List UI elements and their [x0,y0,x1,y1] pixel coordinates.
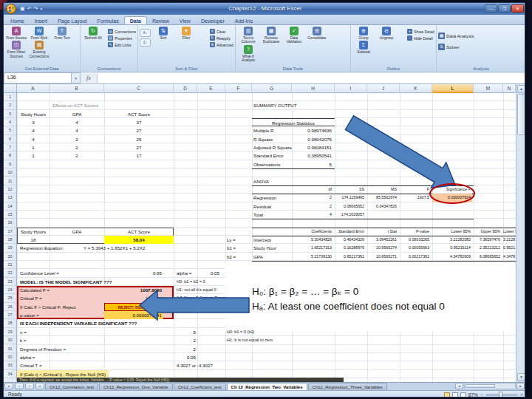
grid-cell[interactable]: If F Stat > F Critical: Reject [175,294,264,302]
vertical-scroll-thumb[interactable] [517,94,525,135]
grid-cell[interactable]: If Calc F > Critical F: Reject [18,303,104,311]
grid-cell[interactable]: 58.04 [104,236,174,244]
grid-cell[interactable]: 27 [104,143,174,151]
row-header-8[interactable]: 8 [4,151,16,160]
grid-cell[interactable]: 2 [50,151,104,160]
insert-function-button[interactable]: fx [81,72,97,83]
ribbon-button[interactable]: ⊞Consolidate [306,27,328,44]
grid-cell[interactable]: k = [18,336,86,344]
ribbon-button[interactable]: ▦Remove Duplicates [260,27,282,44]
ribbon-button[interactable]: ✓Data Validation [283,27,305,44]
grid-cell[interactable]: 0.98974636 [292,126,333,134]
horizontal-scroll-thumb[interactable] [466,384,495,388]
ribbon-tab-developer[interactable]: Developer [196,17,230,24]
column-header-C[interactable]: C [104,84,174,93]
grid-cell[interactable]: P-value [400,228,431,236]
grid-cell[interactable]: 2 [292,194,333,202]
page-break-view-icon[interactable] [460,392,466,398]
grid-cell[interactable]: 4.34782609 [432,253,472,261]
grid-cell[interactable]: n = [18,328,86,336]
grid-cell[interactable]: 0.95215114 [432,244,472,252]
grid-cell[interactable]: Standard Error [335,228,366,236]
scroll-up-icon[interactable]: ▲ [517,85,525,93]
scroll-left-icon[interactable]: ◂ [455,383,463,389]
grid-cell[interactable]: Regression [252,194,290,202]
grid-cell[interactable]: REJECT, SIGNIFICANT [104,303,174,311]
grid-cell[interactable]: H1: b is not equal to zero [225,336,307,344]
grid-cell[interactable]: 0.08695652 [335,202,366,211]
ribbon-menu-item[interactable]: ◎Connections [108,29,136,34]
row-header-12[interactable]: 12 [4,185,16,194]
grid-cell[interactable]: 2.35213212 [474,244,502,252]
row-header-14[interactable]: 14 [4,202,16,211]
page-layout-view-icon[interactable] [452,392,458,398]
grid-cell[interactable]: F [400,185,431,194]
grid-cell[interactable]: 4.3478 [503,253,515,261]
grid-cell[interactable]: 4.3027 or -4.3027 [175,361,256,369]
ribbon-button[interactable]: ▤Existing Connections [28,41,50,58]
row-header-17[interactable]: 17 [4,228,16,236]
ribbon-menu-item[interactable]: ✕Clear [210,29,233,34]
grid-cell[interactable]: 3 [17,118,50,126]
grid-cell[interactable]: 4 [17,135,50,143]
zoom-slider[interactable] [485,394,518,396]
sort-order-icon[interactable]: Z↓ [140,38,151,47]
prev-sheet-icon[interactable]: ‹ [15,383,24,389]
grid-cell[interactable]: 4 [17,126,50,134]
select-all-corner[interactable] [4,84,17,93]
grid-cell[interactable]: 0.00217391 [400,253,431,261]
grid-cell[interactable]: GPA [50,110,104,118]
grid-cell[interactable]: 5.30434826 [292,236,333,244]
zoom-out-icon[interactable]: − [480,392,483,398]
grid-cell[interactable]: 0.98042075 [292,135,333,143]
row-header-22[interactable]: 22 [4,269,16,277]
first-sheet-icon[interactable]: « [4,383,13,389]
row-header-19[interactable]: 19 [4,244,16,252]
name-box-dropdown-icon[interactable]: ▾ [72,72,81,83]
ribbon-button[interactable]: ⊖Ungroup [375,27,398,40]
grid-cell[interactable]: 0.38950541 [292,151,333,160]
column-header-G[interactable]: G [252,84,292,93]
column-header-A[interactable]: A [17,84,50,93]
row-header-1[interactable]: 1 [4,93,16,101]
ribbon-tab-page-layout[interactable]: Page Layout [52,17,92,24]
sort-order-icon[interactable]: A↓ [140,29,151,37]
ribbon-tab-formulas[interactable]: Formulas [92,17,124,24]
ribbon-tab-review[interactable]: Review [147,17,174,24]
grid-cell[interactable]: 0.46434326 [335,236,366,244]
grid-cell[interactable]: 0.05 [174,353,197,361]
ribbon-button[interactable]: TFrom Text [51,27,73,40]
grid-cell[interactable]: H1: not all b's equal 0 [175,286,256,294]
zoom-slider-thumb[interactable] [499,392,502,398]
ribbon-button[interactable]: WFrom Web [28,27,50,40]
spreadsheet-grid[interactable]: 1234567891011121314151617181920212223242… [4,93,516,382]
row-header-23[interactable]: 23 [4,278,16,286]
row-header-24[interactable]: 24 [4,286,16,294]
grid-cell[interactable]: alpha = [18,353,86,361]
grid-cell[interactable]: 2 [292,202,333,211]
row-header-26[interactable]: 26 [4,303,16,311]
grid-cell[interactable]: 174.1159495 [335,194,366,202]
row-header-29[interactable]: 29 [4,328,16,336]
grid-cell[interactable]: 174.2029057 [335,211,366,219]
row-header-31[interactable]: 31 [4,345,16,353]
grid-cell[interactable]: Regression Statistics [252,118,335,126]
grid-cell[interactable]: 17 [104,151,174,160]
grid-cell[interactable]: ANOVA [252,177,296,185]
row-header-27[interactable]: 27 [4,311,16,319]
row-header-25[interactable]: 25 [4,294,16,302]
row-header-30[interactable]: 30 [4,336,16,344]
ribbon-tab-data[interactable]: Data [124,16,147,24]
grid-cell[interactable]: Critical T = [18,361,86,369]
row-header-15[interactable]: 15 [4,211,16,219]
grid-cell[interactable]: 3.21282082 [432,236,472,244]
ribbon-tab-insert[interactable]: Insert [30,17,53,24]
row-header-33[interactable]: 33 [4,361,16,369]
row-header-11[interactable]: 11 [4,177,16,185]
grid-cell[interactable]: 18 [17,236,50,244]
ribbon-button[interactable]: ⊕Group [352,27,375,40]
row-header-10[interactable]: 10 [4,168,16,177]
horizontal-scrollbar[interactable]: ◂ ▸ [455,383,525,390]
column-header-N[interactable]: N [503,84,516,93]
grid-cell[interactable]: ACT Score [104,228,174,236]
